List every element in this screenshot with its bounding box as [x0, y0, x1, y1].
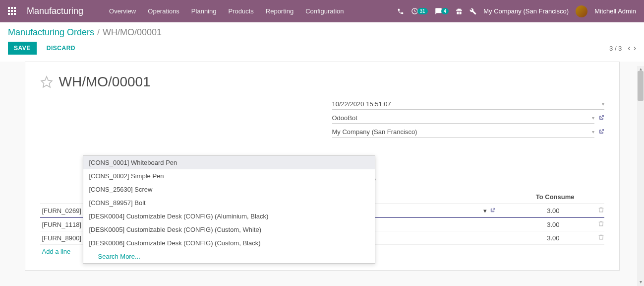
- avatar[interactable]: [576, 5, 587, 17]
- dropdown-item[interactable]: [CONS_0002] Simple Pen: [83, 169, 375, 183]
- chat-icon[interactable]: 4: [435, 7, 449, 15]
- form-sheet: WH/MO/00001 Date le 10/22/2020 15:51:07 …: [25, 62, 620, 271]
- nav-item-configuration[interactable]: Configuration: [299, 0, 350, 22]
- nav-item-overview[interactable]: Overview: [103, 0, 142, 22]
- company-label[interactable]: My Company (San Francisco): [483, 7, 569, 15]
- row-consume[interactable]: 3.00: [495, 207, 575, 214]
- user-label[interactable]: Mitchell Admin: [594, 7, 636, 15]
- gift-icon[interactable]: [456, 8, 463, 15]
- field-company: My Company (San Francisco): [332, 127, 604, 138]
- scrollbar-thumb[interactable]: [638, 71, 644, 101]
- breadcrumb-root[interactable]: Manufacturing Orders: [8, 27, 94, 38]
- chevron-down-icon[interactable]: ▾: [483, 207, 487, 214]
- pager-count: 3 / 3: [609, 45, 622, 52]
- nav-menu: Overview Operations Planning Products Re…: [103, 0, 350, 22]
- responsible-external-link-icon[interactable]: [598, 115, 604, 122]
- nav-item-products[interactable]: Products: [222, 0, 259, 22]
- trash-icon[interactable]: [598, 207, 604, 214]
- chat-badge: 4: [441, 8, 449, 14]
- row-consume: 3.00: [495, 221, 575, 228]
- wrench-icon[interactable]: [469, 8, 476, 15]
- scrollbar-down-icon[interactable]: ▾: [637, 279, 644, 286]
- save-button[interactable]: SAVE: [8, 42, 37, 55]
- pager: 3 / 3 ‹ ›: [609, 44, 636, 53]
- nav-item-operations[interactable]: Operations: [142, 0, 185, 22]
- dropdown-item[interactable]: [CONS_0001] Whiteboard Pen: [83, 156, 375, 169]
- form-cols: 10/22/2020 15:51:07 OdooBot My Company (…: [40, 99, 604, 141]
- scheduled-date-value[interactable]: 10/22/2020 15:51:07: [332, 99, 604, 110]
- pager-prev-icon[interactable]: ‹: [628, 44, 630, 53]
- clock-badge: 31: [417, 8, 428, 14]
- nav-item-reporting[interactable]: Reporting: [260, 0, 299, 22]
- dropdown-item[interactable]: [CONS_25630] Screw: [83, 183, 375, 196]
- form-col-left: [40, 99, 312, 141]
- clock-icon[interactable]: 31: [411, 7, 428, 15]
- breadcrumb: Manufacturing Orders / WH/MO/00001: [8, 27, 636, 38]
- breadcrumb-sep: /: [97, 27, 100, 38]
- title-row: WH/MO/00001: [40, 74, 604, 90]
- row-consume: 3.00: [495, 234, 575, 242]
- row-external-link-icon[interactable]: [490, 207, 495, 214]
- company-value[interactable]: My Company (San Francisco): [332, 127, 594, 138]
- navbar: Manufacturing Overview Operations Planni…: [0, 0, 644, 22]
- form-col-right: 10/22/2020 15:51:07 OdooBot My Company (…: [332, 99, 604, 141]
- company-external-link-icon[interactable]: [598, 129, 604, 136]
- app-title[interactable]: Manufacturing: [27, 6, 83, 16]
- phone-icon[interactable]: [397, 8, 404, 15]
- nav-right: 31 4 My Company (San Francisco) Mitchell…: [397, 5, 636, 17]
- nav-item-planning[interactable]: Planning: [185, 0, 223, 22]
- pager-next-icon[interactable]: ›: [634, 44, 636, 53]
- dropdown-item[interactable]: [DESK0005] Customizable Desk (CONFIG) (C…: [83, 223, 375, 236]
- sheet-wrap: WH/MO/00001 Date le 10/22/2020 15:51:07 …: [0, 62, 644, 279]
- breadcrumb-current: WH/MO/00001: [103, 27, 162, 38]
- field-responsible: OdooBot: [332, 113, 604, 124]
- scrollbar[interactable]: ▴ ▾: [637, 66, 644, 286]
- col-consume-header: To Consume: [525, 193, 604, 201]
- dropdown-item[interactable]: [DESK0004] Customizable Desk (CONFIG) (A…: [83, 210, 375, 223]
- discard-button[interactable]: DISCARD: [41, 42, 81, 55]
- action-row: SAVE DISCARD 3 / 3 ‹ ›: [8, 38, 636, 60]
- dropdown-item[interactable]: [CONS_89957] Bolt: [83, 196, 375, 210]
- star-icon[interactable]: [40, 75, 53, 88]
- responsible-value[interactable]: OdooBot: [332, 113, 594, 124]
- apps-icon[interactable]: [8, 7, 17, 16]
- product-dropdown: [CONS_0001] Whiteboard Pen [CONS_0002] S…: [83, 155, 375, 264]
- dropdown-item[interactable]: [DESK0006] Customizable Desk (CONFIG) (C…: [83, 236, 375, 250]
- trash-icon[interactable]: [598, 234, 604, 242]
- control-bar: Manufacturing Orders / WH/MO/00001 SAVE …: [0, 22, 644, 62]
- field-scheduled-date: 10/22/2020 15:51:07: [332, 99, 604, 110]
- page-title: WH/MO/00001: [59, 74, 151, 90]
- trash-icon[interactable]: [598, 220, 604, 228]
- dropdown-search-more[interactable]: Search More...: [83, 250, 375, 263]
